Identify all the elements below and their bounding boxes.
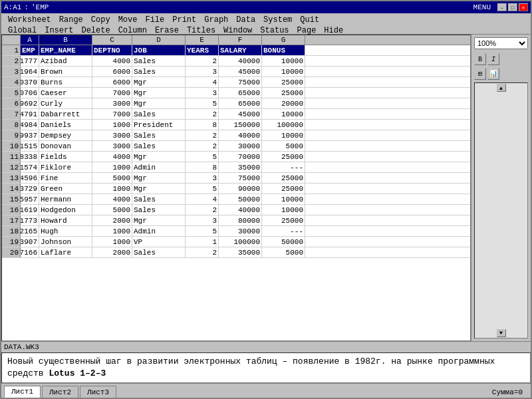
cell-dept[interactable]: 6000 [92, 77, 132, 87]
cell-years[interactable]: 5 [186, 152, 219, 162]
minimize-button[interactable]: – [497, 3, 507, 11]
cell-dept[interactable]: 1000 [92, 162, 132, 172]
cell-emp[interactable]: 84984 [21, 120, 39, 130]
cell-dept[interactable]: 5000 [92, 205, 132, 215]
cell-salary[interactable]: 80000 [219, 215, 262, 225]
cell-dept[interactable]: 4000 [92, 56, 132, 66]
cell-emp[interactable]: 2165 [21, 226, 39, 236]
menu-graph[interactable]: Graph [200, 15, 232, 25]
cell-emp[interactable]: 51515 [21, 141, 39, 151]
cell-emp[interactable]: 81964 [21, 66, 39, 76]
cell-salary[interactable]: 90000 [219, 184, 262, 194]
cell-name[interactable]: Hodgedon [39, 205, 92, 215]
cell-salary[interactable]: 30000 [219, 141, 262, 151]
cell-bonus[interactable]: 10000 [262, 109, 305, 119]
cell-salary[interactable]: 70000 [219, 152, 262, 162]
cell-salary[interactable]: 40000 [219, 56, 262, 66]
cell-name[interactable]: Curly [39, 98, 92, 108]
cell-bonus[interactable]: 50000 [262, 237, 305, 247]
cell-dept[interactable]: 3000 [92, 130, 132, 140]
cell-emp[interactable]: 7166 [21, 247, 39, 257]
cell-name[interactable]: Johnson [39, 237, 92, 247]
cell-emp[interactable]: 50706 [21, 88, 39, 98]
cell-emp[interactable]: 48338 [21, 152, 39, 162]
cell-years[interactable]: 3 [186, 173, 219, 183]
cell-salary[interactable]: 100000 [219, 237, 262, 247]
cell-bonus[interactable]: 20000 [262, 98, 305, 108]
col-header-a[interactable]: A [21, 35, 39, 45]
cell-name[interactable]: Brown [39, 66, 92, 76]
cell-salary[interactable]: 75000 [219, 77, 262, 87]
cell-job[interactable]: Mgr [132, 152, 186, 162]
cell-emp[interactable]: 1777 [21, 56, 39, 66]
cell-dept[interactable]: 7000 [92, 88, 132, 98]
cell-emp[interactable]: 64596 [21, 173, 39, 183]
cell-bonus[interactable]: 25000 [262, 88, 305, 98]
zoom-select[interactable]: 100% 75% 125% [474, 37, 528, 49]
col-header-e[interactable]: E [186, 35, 219, 45]
cell-years[interactable]: 5 [186, 226, 219, 236]
col-header-g[interactable]: G [262, 35, 305, 45]
cell-years[interactable]: 4 [186, 194, 219, 204]
cell-salary[interactable]: 45000 [219, 66, 262, 76]
cell-bonus[interactable]: 5000 [262, 247, 305, 257]
menu-move[interactable]: Move [114, 15, 142, 25]
cell-job[interactable]: Sales [132, 205, 186, 215]
cell-dept[interactable]: 1000 [92, 120, 132, 130]
cell-years[interactable]: 8 [186, 162, 219, 172]
cell-job[interactable]: Sales [132, 247, 186, 257]
cell-salary[interactable]: 65000 [219, 88, 262, 98]
cell-salary[interactable]: 40000 [219, 130, 262, 140]
cell-dept[interactable]: 2000 [92, 215, 132, 225]
cell-emp[interactable]: 40370 [21, 77, 39, 87]
cell-job[interactable]: Sales [132, 56, 186, 66]
menu-copy[interactable]: Copy [87, 15, 114, 25]
cell-job[interactable]: Mgr [132, 98, 186, 108]
cell-years[interactable]: 2 [186, 130, 219, 140]
col-header-f[interactable]: F [219, 35, 262, 45]
cell-years[interactable]: 5 [186, 98, 219, 108]
cell-bonus[interactable]: 10000 [262, 56, 305, 66]
sheet-tab-3[interactable]: Лист3 [80, 386, 116, 398]
sheet-tab-1[interactable]: Лист1 [4, 386, 41, 398]
cell-years[interactable]: 4 [186, 77, 219, 87]
cell-emp[interactable]: 34791 [21, 109, 39, 119]
cell-years[interactable]: 2 [186, 56, 219, 66]
cell-emp[interactable]: 59937 [21, 130, 39, 140]
chart-button[interactable]: 📊 [487, 68, 499, 80]
cell-f1[interactable]: SALARY [219, 45, 262, 55]
cell-dept[interactable]: 6000 [92, 66, 132, 76]
vertical-scrollbar[interactable]: ▲ ▼ [474, 82, 528, 338]
maximize-button[interactable]: □ [508, 3, 517, 11]
cell-emp[interactable]: 55957 [21, 194, 39, 204]
col-header-b[interactable]: B [39, 35, 92, 45]
cell-salary[interactable]: 40000 [219, 205, 262, 215]
cell-salary[interactable]: 50000 [219, 194, 262, 204]
cell-name[interactable]: Dabarrett [39, 109, 92, 119]
cell-bonus[interactable]: 25000 [262, 152, 305, 162]
cell-salary[interactable]: 150000 [219, 120, 262, 130]
cell-bonus[interactable]: 25000 [262, 215, 305, 225]
cell-g1[interactable]: BONUS [262, 45, 305, 55]
cell-job[interactable]: Mgr [132, 88, 186, 98]
cell-bonus[interactable]: 10000 [262, 194, 305, 204]
cell-job[interactable]: Admin [132, 226, 186, 236]
cell-job[interactable]: President [132, 120, 186, 130]
bold-button[interactable]: B [474, 53, 486, 65]
cell-emp[interactable]: 1773 [21, 215, 39, 225]
cell-a1[interactable]: EMP [21, 45, 39, 55]
cell-name[interactable]: Caeser [39, 88, 92, 98]
cell-name[interactable]: Azibad [39, 56, 92, 66]
cell-salary[interactable]: 30000 [219, 226, 262, 236]
cell-emp[interactable]: 49692 [21, 98, 39, 108]
cell-b1[interactable]: EMP_NAME [39, 45, 92, 55]
cell-bonus[interactable]: 25000 [262, 184, 305, 194]
cell-emp[interactable]: 23907 [21, 237, 39, 247]
menu-print[interactable]: Print [168, 15, 200, 25]
menu-worksheet[interactable]: Worksheet [4, 15, 55, 25]
cell-name[interactable]: Daniels [39, 120, 92, 130]
cell-dept[interactable]: 1000 [92, 237, 132, 247]
menu-system[interactable]: System [259, 15, 296, 25]
cell-emp[interactable]: 91574 [21, 162, 39, 172]
cell-years[interactable]: 5 [186, 184, 219, 194]
